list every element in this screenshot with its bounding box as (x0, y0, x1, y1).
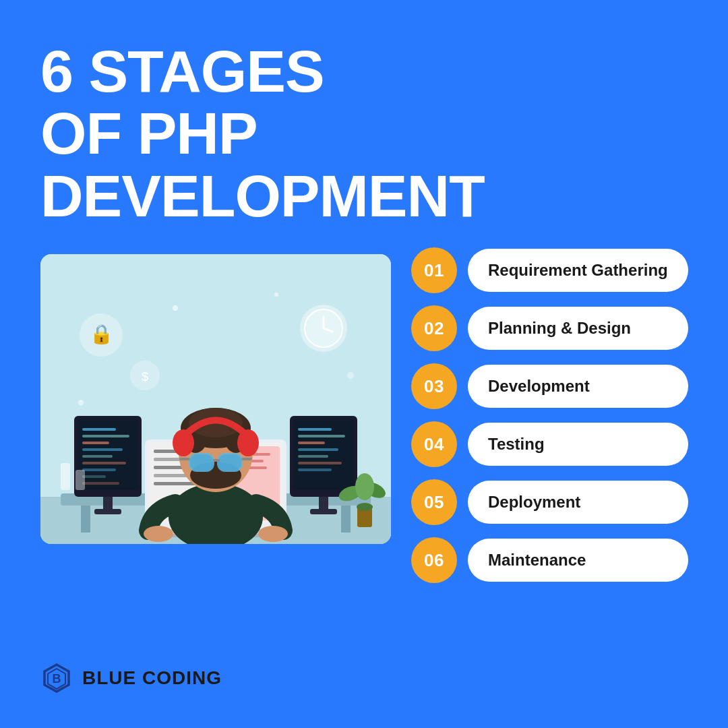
svg-rect-33 (310, 509, 337, 514)
svg-rect-35 (298, 435, 345, 437)
title-section: 6 STAGES OF PHP DEVELOPMENT (40, 40, 688, 227)
svg-rect-78 (61, 463, 70, 490)
svg-rect-39 (298, 462, 342, 464)
stage-label-4: Testing (468, 423, 688, 466)
stage-number-3: 03 (411, 363, 457, 409)
footer: B BLUE CODING (40, 662, 688, 694)
svg-rect-65 (218, 454, 241, 471)
stage-number-2: 02 (411, 305, 457, 351)
svg-point-70 (237, 429, 259, 456)
svg-point-77 (355, 473, 374, 500)
svg-rect-40 (298, 468, 332, 471)
stage-item-6: 06Maintenance (411, 537, 688, 583)
stage-number-1: 01 (411, 247, 457, 293)
svg-point-10 (173, 305, 178, 311)
svg-rect-34 (298, 428, 332, 431)
stage-number-5: 05 (411, 479, 457, 525)
svg-rect-66 (213, 459, 220, 462)
svg-rect-20 (94, 509, 121, 514)
svg-rect-27 (82, 468, 116, 471)
svg-rect-67 (179, 458, 190, 460)
svg-rect-25 (82, 455, 113, 458)
svg-rect-36 (298, 442, 325, 444)
svg-rect-32 (319, 497, 328, 510)
svg-point-12 (347, 372, 354, 379)
bottom-section: 🔒 $ (40, 247, 688, 642)
svg-rect-23 (82, 442, 109, 444)
svg-rect-29 (82, 482, 119, 485)
svg-rect-19 (103, 497, 113, 510)
svg-rect-26 (82, 462, 126, 464)
svg-rect-28 (82, 475, 106, 478)
stage-label-2: Planning & Design (468, 307, 688, 350)
title-line1: 6 STAGES (40, 40, 688, 102)
illustration-container: 🔒 $ (40, 254, 391, 544)
svg-text:B: B (53, 672, 61, 686)
svg-rect-22 (82, 435, 129, 437)
title-line2: OF PHP (40, 102, 688, 164)
svg-point-74 (357, 503, 373, 511)
stage-label-1: Requirement Gathering (468, 249, 688, 292)
svg-rect-37 (298, 448, 338, 451)
svg-rect-79 (75, 470, 85, 490)
svg-point-72 (258, 526, 288, 542)
stage-number-6: 06 (411, 537, 457, 583)
svg-rect-16 (341, 506, 351, 533)
stage-item-2: 02Planning & Design (411, 305, 688, 351)
stage-item-4: 04Testing (411, 421, 688, 467)
svg-rect-63 (190, 454, 213, 471)
title-line3: DEVELOPMENT (40, 165, 688, 227)
svg-rect-21 (82, 428, 116, 431)
svg-point-69 (173, 429, 194, 456)
svg-point-13 (78, 400, 84, 405)
brand-logo-icon: B (40, 662, 73, 694)
stage-item-5: 05Deployment (411, 479, 688, 525)
svg-rect-68 (241, 458, 252, 460)
stage-item-3: 03Development (411, 363, 688, 409)
svg-point-11 (274, 293, 278, 297)
svg-rect-38 (298, 455, 328, 458)
svg-rect-24 (82, 448, 123, 451)
stages-list: 01Requirement Gathering02Planning & Desi… (411, 247, 688, 583)
svg-text:🔒: 🔒 (90, 323, 113, 345)
stage-item-1: 01Requirement Gathering (411, 247, 688, 293)
stage-label-5: Deployment (468, 481, 688, 524)
svg-point-71 (144, 526, 173, 542)
svg-rect-15 (81, 506, 90, 533)
stage-label-6: Maintenance (468, 539, 688, 582)
main-container: 6 STAGES OF PHP DEVELOPMENT 🔒 $ (0, 0, 728, 728)
stage-label-3: Development (468, 365, 688, 408)
main-title: 6 STAGES OF PHP DEVELOPMENT (40, 40, 688, 227)
stage-number-4: 04 (411, 421, 457, 467)
svg-text:$: $ (142, 370, 148, 384)
brand-name: BLUE CODING (82, 667, 222, 689)
